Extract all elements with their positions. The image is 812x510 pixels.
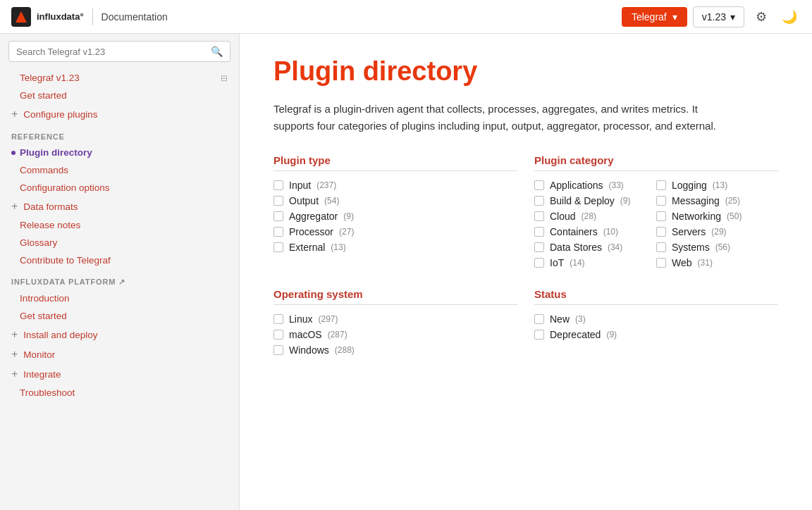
plugin-type-title: Plugin type	[273, 154, 517, 171]
sidebar-item-configuration-options[interactable]: Configuration options	[0, 179, 239, 197]
list-item[interactable]: Build & Deploy(9)	[534, 195, 656, 206]
sidebar-item-install-deploy[interactable]: + Install and deploy	[0, 325, 239, 344]
filter-item-label: New	[550, 313, 570, 325]
filter-item-count: (9)	[620, 196, 631, 206]
page-description: Telegraf is a plugin-driven agent that c…	[273, 101, 739, 135]
filter-item-count: (297)	[318, 314, 338, 324]
filter-item-count: (288)	[335, 345, 355, 355]
sidebar-item-contribute[interactable]: Contribute to Telegraf	[0, 251, 239, 269]
filter-item-count: (54)	[324, 196, 339, 206]
plugin-filter-grid: Plugin type Input(237) Output(54) Aggreg…	[273, 154, 778, 268]
sidebar-item-label: Contribute to Telegraf	[20, 255, 111, 266]
bullet-dot	[11, 241, 16, 245]
list-item[interactable]: Cloud(28)	[534, 211, 656, 222]
category-col1: Applications(33) Build & Deploy(9) Cloud…	[534, 177, 656, 268]
checkbox-iot[interactable]	[534, 258, 544, 268]
list-item[interactable]: External(13)	[273, 242, 517, 253]
sidebar-item-get-started-platform[interactable]: Get started	[0, 307, 239, 325]
checkbox-cloud[interactable]	[534, 211, 544, 221]
sidebar-item-glossary[interactable]: Glossary	[0, 234, 239, 251]
checkbox-deprecated[interactable]	[534, 330, 544, 340]
checkbox-networking[interactable]	[656, 211, 666, 221]
version-label: v1.23	[702, 11, 726, 23]
list-item[interactable]: IoT(14)	[534, 257, 656, 268]
sidebar-item-data-formats[interactable]: + Data formats	[0, 197, 239, 216]
list-item[interactable]: Output(54)	[273, 195, 517, 206]
checkbox-servers[interactable]	[656, 227, 666, 237]
filter-item-label: Input	[289, 180, 311, 191]
plugin-type-section: Plugin type Input(237) Output(54) Aggreg…	[273, 154, 517, 268]
sidebar-item-plugin-directory[interactable]: Plugin directory	[0, 144, 239, 161]
list-item[interactable]: Web(31)	[656, 257, 778, 268]
search-bar[interactable]: 🔍	[8, 41, 230, 62]
sidebar-item-integrate[interactable]: + Integrate	[0, 364, 239, 384]
plus-icon: +	[11, 328, 18, 341]
list-item[interactable]: Logging(13)	[656, 180, 778, 191]
list-item[interactable]: Linux(297)	[273, 313, 517, 325]
filter-item-label: Output	[289, 195, 319, 206]
bullet-dot	[11, 186, 16, 190]
settings-button[interactable]: ⚙	[750, 6, 773, 28]
sidebar-item-get-started[interactable]: Get started	[0, 87, 239, 104]
checkbox-windows[interactable]	[273, 345, 283, 355]
list-item[interactable]: New(3)	[534, 313, 778, 325]
checkbox-external[interactable]	[273, 242, 283, 252]
sidebar-item-introduction[interactable]: Introduction	[0, 290, 239, 307]
status-title: Status	[534, 288, 778, 305]
list-item[interactable]: Input(237)	[273, 180, 517, 191]
list-item[interactable]: Messaging(25)	[656, 195, 778, 206]
version-dropdown-button[interactable]: v1.23 ▾	[693, 6, 744, 27]
status-section: Status New(3) Deprecated(9)	[534, 288, 778, 356]
product-label: Telegraf	[632, 11, 667, 23]
sidebar-item-label: Data formats	[23, 201, 78, 212]
checkbox-processor[interactable]	[273, 227, 283, 237]
sidebar-item-monitor[interactable]: + Monitor	[0, 344, 239, 364]
plus-icon: +	[11, 108, 18, 120]
checkbox-logging[interactable]	[656, 180, 666, 190]
checkbox-input[interactable]	[273, 180, 283, 190]
bullet-dot	[11, 314, 16, 318]
sidebar-item-telegraf-v123[interactable]: Telegraf v1.23 ⊟	[0, 69, 239, 87]
list-item[interactable]: Windows(288)	[273, 344, 517, 356]
checkbox-containers[interactable]	[534, 227, 544, 237]
checkbox-linux[interactable]	[273, 314, 283, 324]
chevron-down-icon-version: ▾	[730, 11, 735, 23]
list-item[interactable]: Deprecated(9)	[534, 329, 778, 340]
sidebar-item-troubleshoot[interactable]: Troubleshoot	[0, 384, 239, 402]
filter-item-label: Cloud	[550, 211, 576, 222]
list-item[interactable]: Containers(10)	[534, 226, 656, 237]
list-item[interactable]: Processor(27)	[273, 226, 517, 237]
header-right: Telegraf ▾ v1.23 ▾ ⚙ 🌙	[622, 6, 801, 28]
filter-item-label: Processor	[289, 226, 333, 237]
filter-item-label: Data Stores	[550, 242, 602, 253]
checkbox-macos[interactable]	[273, 330, 283, 340]
list-item[interactable]: Networking(50)	[656, 211, 778, 222]
checkbox-web[interactable]	[656, 258, 666, 268]
filter-item-count: (50)	[727, 211, 742, 221]
list-item[interactable]: Applications(33)	[534, 180, 656, 191]
sidebar-item-configure-plugins[interactable]: + Configure plugins	[0, 104, 239, 124]
checkbox-applications[interactable]	[534, 180, 544, 190]
search-input[interactable]	[16, 46, 207, 57]
sidebar-item-release-notes[interactable]: Release notes	[0, 216, 239, 234]
filter-item-label: Linux	[289, 313, 312, 325]
checkbox-data-stores[interactable]	[534, 242, 544, 252]
checkbox-build-deploy[interactable]	[534, 196, 544, 206]
list-item[interactable]: Systems(56)	[656, 242, 778, 253]
checkbox-new[interactable]	[534, 314, 544, 324]
gear-icon: ⚙	[756, 9, 767, 25]
sidebar-item-label: Introduction	[20, 293, 70, 304]
checkbox-systems[interactable]	[656, 242, 666, 252]
checkbox-aggregator[interactable]	[273, 211, 283, 221]
sidebar-item-commands[interactable]: Commands	[0, 161, 239, 179]
list-item[interactable]: macOS(287)	[273, 329, 517, 340]
filter-item-count: (34)	[608, 242, 622, 252]
product-dropdown-button[interactable]: Telegraf ▾	[622, 7, 687, 27]
checkbox-output[interactable]	[273, 196, 283, 206]
theme-toggle-button[interactable]: 🌙	[778, 6, 801, 28]
checkbox-messaging[interactable]	[656, 196, 666, 206]
list-item[interactable]: Aggregator(9)	[273, 211, 517, 222]
list-item[interactable]: Data Stores(34)	[534, 242, 656, 253]
list-item[interactable]: Servers(29)	[656, 226, 778, 237]
reference-section-label: REFERENCE	[0, 124, 239, 144]
